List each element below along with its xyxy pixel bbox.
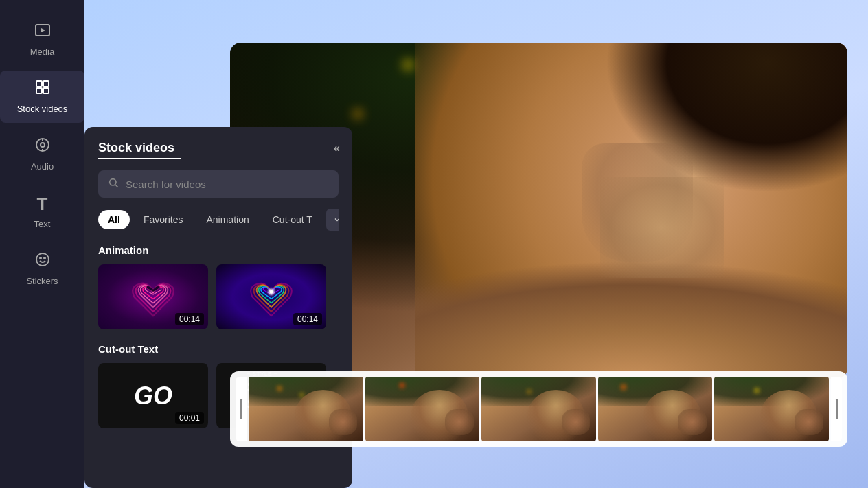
frame-bokeh-4 <box>527 390 531 393</box>
timeline-frame-2[interactable] <box>365 377 480 441</box>
frame-cup-1 <box>329 409 358 435</box>
frame-bg-2 <box>365 377 480 441</box>
frame-bg-4 <box>598 377 713 441</box>
filter-tab-animation[interactable]: Animation <box>196 210 258 229</box>
timeline-frame-5[interactable] <box>714 377 829 441</box>
sidebar: Media Stock videos Audio T Text <box>0 0 84 488</box>
svg-rect-3 <box>43 81 49 86</box>
timeline-inner[interactable] <box>230 371 847 447</box>
svg-point-7 <box>41 143 45 147</box>
frame-cup-4 <box>678 409 707 435</box>
frame-cup-2 <box>445 409 474 435</box>
frame-bokeh-2 <box>300 393 304 397</box>
svg-rect-5 <box>43 88 49 93</box>
frame-bokeh-3 <box>400 383 404 388</box>
timeline-handle-left[interactable] <box>236 377 247 441</box>
animation-video-grid: 00:14 00:14 <box>98 264 339 329</box>
animation-heart-rainbow-duration: 00:14 <box>293 313 322 325</box>
filter-tab-cutout[interactable]: Cut-out T <box>263 210 322 229</box>
media-icon <box>34 22 51 43</box>
woman-sweater <box>415 262 847 380</box>
frame-bg-5 <box>714 377 829 441</box>
timeline-frame-4[interactable] <box>598 377 713 441</box>
sidebar-item-text[interactable]: T Text <box>0 185 84 237</box>
cutout-thumb-go[interactable]: GO 00:01 <box>98 363 208 428</box>
stickers-icon <box>34 251 51 272</box>
svg-point-11 <box>40 257 41 259</box>
sidebar-item-audio[interactable]: Audio <box>0 128 84 180</box>
filter-tab-favorites[interactable]: Favorites <box>134 210 193 229</box>
animation-thumb-heart-rainbow[interactable]: 00:14 <box>216 264 326 329</box>
handle-bar-right <box>836 399 838 419</box>
sidebar-item-stock-videos[interactable]: Stock videos <box>0 71 84 123</box>
timeline-frames <box>249 377 829 441</box>
panel-title-underline <box>98 158 181 159</box>
svg-point-16 <box>270 290 273 293</box>
audio-icon <box>34 137 51 157</box>
svg-line-14 <box>115 185 118 187</box>
sidebar-item-media-label: Media <box>30 47 54 57</box>
frame-bokeh-1 <box>277 386 282 391</box>
timeline-frame-3[interactable] <box>481 377 596 441</box>
panel-close-button[interactable]: « <box>334 142 339 154</box>
svg-marker-1 <box>41 28 45 32</box>
bokeh-4 <box>354 110 362 118</box>
svg-point-13 <box>110 179 116 185</box>
sidebar-item-audio-label: Audio <box>31 161 54 172</box>
panel-header: Stock videos « <box>98 141 339 155</box>
sidebar-item-stickers-label: Stickers <box>26 276 58 286</box>
animation-heart-pink-duration: 00:14 <box>175 313 204 325</box>
sidebar-item-stickers[interactable]: Stickers <box>0 243 84 294</box>
frame-bg-1 <box>249 377 363 441</box>
filter-tabs: All Favorites Animation Cut-out T <box>98 209 339 231</box>
search-icon <box>108 177 119 191</box>
hand <box>600 177 724 278</box>
cutout-section-title: Cut-out Text <box>98 343 339 355</box>
svg-rect-2 <box>36 81 42 86</box>
bokeh-2 <box>403 60 413 70</box>
frame-bg-3 <box>481 377 596 441</box>
text-icon: T <box>37 194 48 215</box>
animation-thumb-heart-pink[interactable]: 00:14 <box>98 264 208 329</box>
sidebar-item-stock-videos-label: Stock videos <box>17 104 68 115</box>
stock-videos-icon <box>34 79 51 100</box>
timeline-handle-right[interactable] <box>831 377 842 441</box>
filter-tab-all[interactable]: All <box>98 210 130 229</box>
timeline-frame-1[interactable] <box>249 377 363 441</box>
sidebar-item-media[interactable]: Media <box>0 14 84 65</box>
svg-point-10 <box>36 253 49 266</box>
frame-cup-5 <box>795 409 823 435</box>
sidebar-item-text-label: Text <box>34 219 51 229</box>
handle-bar-left <box>240 399 242 419</box>
svg-point-12 <box>44 257 45 259</box>
svg-rect-4 <box>36 88 42 93</box>
animation-section-title: Animation <box>98 244 339 256</box>
search-placeholder-text: Search for videos <box>126 178 206 190</box>
filter-dropdown-button[interactable] <box>326 209 339 231</box>
frame-bokeh-6 <box>755 388 759 393</box>
timeline-strip <box>230 364 847 454</box>
search-bar[interactable]: Search for videos <box>98 170 339 198</box>
cutout-go-duration: 00:01 <box>175 412 204 424</box>
panel-title: Stock videos <box>98 141 174 155</box>
frame-cup-3 <box>562 409 591 435</box>
cutout-go-text: GO <box>134 384 172 408</box>
